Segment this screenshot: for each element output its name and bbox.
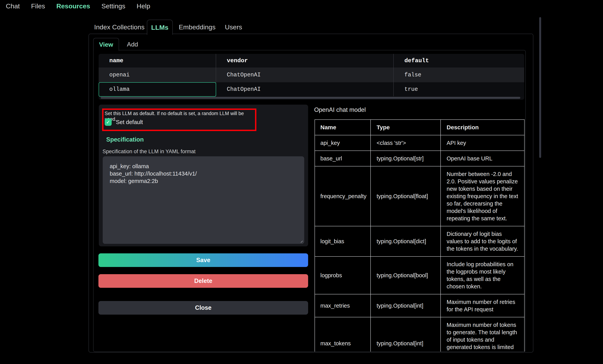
llm-detail-panel: Set this LLM as default. If no default i… <box>99 105 308 246</box>
llm-cell-vendor[interactable]: ChatOpenAI <box>216 68 394 82</box>
tab-index-collections[interactable]: Index Collections <box>94 20 145 34</box>
model-doc-table: Name Type Description api_key <class 'st… <box>314 119 525 352</box>
llm-cell-default[interactable]: false <box>394 68 524 82</box>
doc-col-description: Description <box>441 120 524 135</box>
doc-header-row: Name Type Description <box>315 120 524 135</box>
doc-param-description: Maximum number of tokens to generate. Th… <box>441 317 524 352</box>
top-nav: Chat Files Resources Settings Help <box>6 0 150 12</box>
doc-param-description: Maximum number of retries for the API re… <box>441 294 524 317</box>
doc-param-name: api_key <box>315 135 371 151</box>
doc-param-description: Number between -2.0 and 2.0. Positive va… <box>441 166 524 226</box>
doc-param-type: typing.Optional[bool] <box>371 256 441 294</box>
llm-row-openai[interactable]: openai ChatOpenAI false <box>99 68 524 82</box>
yaml-spec-textarea[interactable]: api_key: ollama base_url: http://localho… <box>103 156 304 244</box>
doc-param-name: base_url <box>315 151 371 166</box>
nav-item-files[interactable]: Files <box>31 2 45 10</box>
llm-col-default: default <box>394 54 524 68</box>
doc-param-type: typing.Optional[int] <box>371 294 441 317</box>
page-vertical-scrollbar[interactable] <box>539 17 541 158</box>
close-button[interactable]: Close <box>98 301 308 315</box>
llm-table-header: name vendor default <box>99 54 524 68</box>
tab-llms[interactable]: LLMs <box>147 20 173 35</box>
doc-param-type: typing.Optional[float] <box>371 166 441 226</box>
doc-row-base-url: base_url typing.Optional[str] OpenAI bas… <box>315 151 524 166</box>
doc-row-logprobs: logprobs typing.Optional[bool] Include l… <box>315 256 524 294</box>
doc-col-name: Name <box>315 120 371 135</box>
doc-row-logit-bias: logit_bias typing.Optional[dict] Diction… <box>315 226 524 256</box>
delete-button[interactable]: Delete <box>98 274 308 288</box>
doc-row-frequency-penalty: frequency_penalty typing.Optional[float]… <box>315 166 524 226</box>
save-button[interactable]: Save <box>98 253 308 267</box>
llm-col-name: name <box>99 54 216 68</box>
table-horizontal-scrollbar[interactable] <box>101 97 520 99</box>
set-default-control[interactable]: ✓ Set default <box>105 118 143 126</box>
doc-param-name: logprobs <box>315 256 371 294</box>
nav-item-resources[interactable]: Resources <box>57 2 90 10</box>
doc-param-type: typing.Optional[int] <box>371 317 441 352</box>
doc-row-max-tokens: max_tokens typing.Optional[int] Maximum … <box>315 317 524 352</box>
tab-embeddings[interactable]: Embeddings <box>179 20 216 34</box>
nav-item-settings[interactable]: Settings <box>102 2 126 10</box>
doc-param-description: Dictionary of logit bias values to add t… <box>441 226 524 256</box>
llm-cell-name[interactable]: openai <box>99 68 216 82</box>
doc-param-description: Include log probabilities on the logprob… <box>441 256 524 294</box>
doc-param-name: logit_bias <box>315 226 371 256</box>
model-doc-title: OpenAI chat model <box>314 106 366 113</box>
specification-heading: Specification <box>106 136 144 143</box>
doc-param-type: typing.Optional[dict] <box>371 226 441 256</box>
llm-cell-vendor[interactable]: ChatOpenAI <box>216 82 394 96</box>
llm-list-table: name vendor default openai ChatOpenAI fa… <box>99 54 524 100</box>
doc-param-type: <class 'str'> <box>371 135 441 151</box>
checkmark-icon: ✓ <box>106 119 110 125</box>
doc-param-description: API key <box>441 135 524 151</box>
nav-item-help[interactable]: Help <box>137 2 150 10</box>
doc-col-type: Type <box>371 120 441 135</box>
set-default-label[interactable]: Set default <box>116 119 143 125</box>
llm-cell-default[interactable]: true <box>394 82 524 96</box>
view-tab-panel: name vendor default openai ChatOpenAI fa… <box>93 50 526 352</box>
doc-row-api-key: api_key <class 'str'> API key <box>315 135 524 151</box>
doc-param-description: OpenAI base URL <box>441 151 524 166</box>
llm-cell-name[interactable]: ollama <box>99 82 216 96</box>
subtab-add[interactable]: Add <box>120 38 145 50</box>
nav-item-chat[interactable]: Chat <box>6 2 20 10</box>
doc-param-name: max_tokens <box>315 317 371 352</box>
subtab-view[interactable]: View <box>93 38 119 51</box>
llm-row-ollama[interactable]: ollama ChatOpenAI true <box>99 82 524 96</box>
set-default-checkbox[interactable]: ✓ <box>105 118 112 126</box>
doc-param-name: max_retries <box>315 294 371 317</box>
tab-users[interactable]: Users <box>225 20 242 34</box>
doc-param-type: typing.Optional[str] <box>371 151 441 166</box>
doc-param-name: frequency_penalty <box>315 166 371 226</box>
doc-row-max-retries: max_retries typing.Optional[int] Maximum… <box>315 294 524 317</box>
specification-caption: Specification of the LLM in YAML format <box>103 148 196 155</box>
annotation-red-box: Set this LLM as default. If no default i… <box>102 109 256 131</box>
llm-col-vendor: vendor <box>216 54 394 68</box>
